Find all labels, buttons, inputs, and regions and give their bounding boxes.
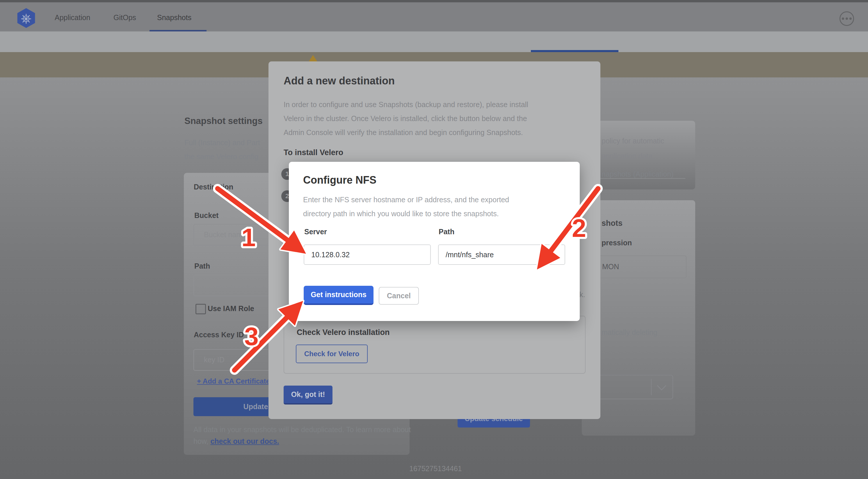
cron-expression-input[interactable]: MON xyxy=(593,256,686,278)
more-menu-icon[interactable] xyxy=(839,11,854,26)
nfs-server-input[interactable] xyxy=(304,244,431,265)
docs-link[interactable]: check out our docs. xyxy=(210,437,279,445)
get-instructions-button[interactable]: Get instructions xyxy=(304,286,373,305)
use-iam-role-label: Use IAM Role xyxy=(208,304,254,313)
retention-text-fragment: matically deleting xyxy=(601,328,657,337)
retention-unit-select[interactable] xyxy=(590,375,673,399)
dedup-note-line2: how, check out our docs. xyxy=(193,437,279,446)
step-2-number: 2 xyxy=(285,192,289,200)
warning-triangle-icon xyxy=(309,55,317,62)
tab-snapshots-label: Snapshots xyxy=(157,13,191,22)
right-card2-heading-fragment: shots xyxy=(601,219,622,228)
cron-expression-value: MON xyxy=(602,263,619,271)
tab-gitops[interactable]: GitOps xyxy=(114,11,136,24)
kubernetes-logo-icon: ⎈ xyxy=(17,8,36,28)
add-destination-body-line2: Velero in the cluster. Once Velero is in… xyxy=(284,114,527,123)
ok-got-it-button[interactable]: Ok, got it! xyxy=(284,386,333,405)
window-top-strip xyxy=(0,0,868,2)
check-velero-section: Check Velero installation Check for Vele… xyxy=(284,316,586,373)
nfs-server-label: Server xyxy=(304,228,327,236)
dedup-note-prefix: how, xyxy=(193,437,210,445)
right-card1-link-fragment[interactable]: napshots (Application) xyxy=(601,170,673,178)
bucket-placeholder: Bucket name xyxy=(204,231,246,239)
path-label: Path xyxy=(194,262,210,270)
path-placeholder: /path/to/destination xyxy=(204,281,265,290)
bucket-label: Bucket xyxy=(194,211,218,220)
nfs-desc-line1: Enter the NFS server hostname or IP addr… xyxy=(303,196,509,204)
page-title: Snapshot settings xyxy=(184,116,263,126)
chevron-down-icon xyxy=(657,381,666,391)
page-desc-line2: the same Velero config xyxy=(184,152,258,161)
tab-application[interactable]: Application xyxy=(55,11,90,24)
snapshots-sub-nav: Full Snapshots (Instance) Partial Snapsh… xyxy=(0,31,868,52)
timestamp: 1675275134461 xyxy=(409,465,462,473)
add-ca-certificate-link[interactable]: + Add a CA Certificate xyxy=(197,377,270,385)
add-destination-title: Add a new destination xyxy=(284,75,395,87)
step-text-fragment: k. xyxy=(580,291,585,299)
nfs-path-input[interactable] xyxy=(438,244,565,265)
nfs-desc-line2: directory path in which you would like t… xyxy=(303,210,499,218)
add-destination-body-line1: In order to configure and use Snapshots … xyxy=(284,100,528,109)
access-key-placeholder: key ID xyxy=(204,356,224,364)
tab-application-label: Application xyxy=(55,13,90,22)
right-card1-line2: application data. xyxy=(601,152,654,160)
dedup-note-line1: All data in your snapshots will be dedup… xyxy=(193,425,411,434)
add-destination-body-line3: Admin Console will verify the installati… xyxy=(284,128,523,137)
select-divider xyxy=(651,379,652,395)
check-for-velero-button[interactable]: Check for Velero xyxy=(296,345,368,363)
tab-snapshots[interactable]: Snapshots xyxy=(157,11,191,24)
top-nav: ⎈ Application GitOps Snapshots xyxy=(0,2,868,32)
access-key-label: Access Key ID xyxy=(194,331,244,339)
configure-nfs-modal: Configure NFS Enter the NFS server hostn… xyxy=(289,162,580,321)
admin-console-screen: ⎈ Application GitOps Snapshots Full Snap… xyxy=(0,0,868,479)
page-desc-line1: Full (Instance) and Part xyxy=(184,139,260,147)
check-velero-heading: Check Velero installation xyxy=(297,328,390,337)
tab-gitops-label: GitOps xyxy=(114,13,136,22)
cancel-button[interactable]: Cancel xyxy=(379,287,419,305)
step-1-number: 1 xyxy=(285,170,289,178)
use-iam-role-checkbox[interactable] xyxy=(195,304,206,314)
active-subtab-underline xyxy=(531,50,618,52)
install-velero-heading: To install Velero xyxy=(284,148,343,157)
configure-nfs-title: Configure NFS xyxy=(303,174,376,186)
destination-label: Destination xyxy=(194,183,233,191)
nfs-path-label: Path xyxy=(439,228,454,236)
right-card1-underline xyxy=(600,178,685,179)
right-card1-line1: policy for automatic xyxy=(601,137,664,145)
cron-expression-label-fragment: pression xyxy=(601,239,632,247)
